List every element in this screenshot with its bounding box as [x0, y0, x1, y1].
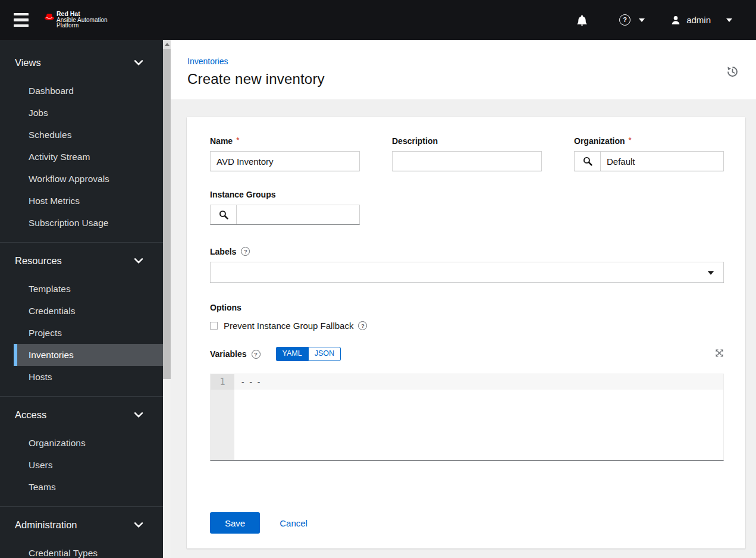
caret-down-icon	[726, 18, 732, 22]
sidebar-group-label: Resources	[15, 255, 62, 267]
brand-text: Red Hat Ansible Automation Platform	[57, 11, 108, 28]
sidebar-scrollbar	[163, 40, 171, 558]
notifications-button[interactable]	[577, 15, 587, 26]
cancel-button[interactable]: Cancel	[280, 518, 308, 528]
sidebar-group-toggle-access[interactable]: Access	[0, 407, 163, 422]
description-input[interactable]	[392, 151, 542, 171]
editor-code-area: ---	[234, 374, 723, 460]
variables-code-editor[interactable]: 1 ---	[210, 374, 724, 461]
breadcrumb[interactable]: Inventories	[187, 57, 228, 66]
name-input[interactable]	[210, 151, 360, 171]
search-icon	[583, 156, 592, 166]
help-menu-button[interactable]: ?	[619, 14, 645, 26]
variables-label: Variables	[210, 349, 247, 359]
sidebar-item-workflow-approvals[interactable]: Workflow Approvals	[14, 168, 163, 190]
required-asterisk: *	[236, 136, 239, 145]
organization-field-group: Organization *	[574, 136, 724, 171]
sidebar-item-users[interactable]: Users	[14, 454, 163, 476]
sidebar-item-activity-stream[interactable]: Activity Stream	[14, 146, 163, 168]
activity-history-button[interactable]	[727, 66, 738, 79]
sidebar-item-dashboard[interactable]: Dashboard	[14, 80, 163, 102]
instance-groups-label: Instance Groups	[210, 190, 275, 199]
sidebar-item-templates[interactable]: Templates	[14, 278, 163, 300]
scroll-up-button[interactable]	[163, 40, 171, 49]
user-menu-button[interactable]: admin	[671, 15, 732, 25]
sidebar-item-subscription-usage[interactable]: Subscription Usage	[14, 212, 163, 234]
yaml-mode-button[interactable]: YAML	[276, 347, 308, 361]
sidebar-item-label: Projects	[29, 328, 62, 338]
sidebar-item-label: Users	[29, 460, 52, 471]
labels-field-group: Labels ?	[210, 246, 724, 283]
sidebar-item-inventories[interactable]: Inventories	[14, 344, 163, 366]
sidebar-item-credential-types[interactable]: Credential Types	[14, 542, 163, 558]
sidebar-nav: Views Dashboard Jobs Schedules Activity …	[0, 40, 163, 558]
main-content: Inventories Create new inventory	[171, 40, 756, 558]
sidebar-item-teams[interactable]: Teams	[14, 476, 163, 498]
brand-logo[interactable]: Red Hat Ansible Automation Platform	[45, 11, 108, 28]
sidebar-item-hosts[interactable]: Hosts	[14, 366, 163, 388]
chevron-down-icon	[134, 412, 143, 418]
instance-groups-field-group: Instance Groups	[210, 189, 360, 225]
sidebar-item-label: Teams	[29, 482, 56, 493]
sidebar-item-projects[interactable]: Projects	[14, 322, 163, 344]
redhat-logo-icon	[45, 13, 54, 20]
variables-help-icon[interactable]: ?	[252, 350, 261, 359]
expand-icon	[715, 349, 724, 358]
labels-help-icon[interactable]: ?	[241, 247, 250, 256]
sidebar-group-toggle-views[interactable]: Views	[0, 55, 163, 70]
description-field-group: Description	[392, 136, 542, 171]
sidebar-group-label: Views	[15, 57, 41, 68]
variables-section: Variables ? YAML JSON	[210, 347, 724, 461]
form-actions: Save Cancel	[210, 512, 724, 534]
sidebar-item-credentials[interactable]: Credentials	[14, 300, 163, 322]
chevron-down-icon	[134, 522, 143, 528]
labels-label: Labels	[210, 247, 236, 256]
variables-header: Variables ? YAML JSON	[210, 347, 724, 360]
sidebar-group-label: Access	[15, 409, 46, 421]
sidebar-item-label: Hosts	[29, 372, 52, 383]
masthead: Red Hat Ansible Automation Platform ?	[0, 0, 756, 40]
sidebar-item-label: Workflow Approvals	[29, 174, 109, 184]
json-mode-button[interactable]: JSON	[308, 347, 341, 361]
content-area: Name * Description	[171, 99, 756, 558]
sidebar-item-jobs[interactable]: Jobs	[14, 102, 163, 124]
scrollbar-thumb[interactable]	[163, 49, 171, 379]
prevent-fallback-help-icon[interactable]: ?	[358, 321, 367, 330]
menu-bar	[14, 18, 29, 21]
expand-editor-button[interactable]	[715, 349, 724, 359]
editor-line-gutter: 1	[211, 374, 234, 460]
organization-input[interactable]	[601, 152, 723, 171]
options-section: Options Prevent Instance Group Fallback …	[210, 303, 724, 331]
required-asterisk: *	[629, 136, 632, 145]
name-field-group: Name *	[210, 136, 360, 171]
instance-groups-search-button[interactable]	[211, 205, 237, 224]
organization-search-button[interactable]	[575, 152, 601, 171]
sidebar-item-host-metrics[interactable]: Host Metrics	[14, 190, 163, 212]
sidebar-item-label: Templates	[29, 284, 71, 294]
save-button[interactable]: Save	[210, 512, 260, 534]
menu-icon[interactable]	[14, 13, 29, 27]
scroll-up-icon	[165, 43, 170, 46]
prevent-fallback-row: Prevent Instance Group Fallback ?	[210, 321, 724, 331]
sidebar-item-label: Credential Types	[29, 548, 98, 558]
sidebar-group-label: Administration	[15, 519, 77, 531]
help-icon: ?	[619, 14, 630, 26]
bell-icon	[577, 15, 587, 26]
sidebar-item-organizations[interactable]: Organizations	[14, 432, 163, 454]
code-line-1: ---	[234, 374, 723, 390]
instance-groups-input[interactable]	[237, 205, 359, 224]
prevent-fallback-label[interactable]: Prevent Instance Group Fallback	[224, 321, 353, 331]
nav-list: Templates Credentials Projects Inventori…	[0, 278, 163, 388]
page-header: Inventories Create new inventory	[171, 40, 756, 99]
sidebar-group-toggle-administration[interactable]: Administration	[0, 518, 163, 532]
prevent-fallback-checkbox[interactable]	[210, 322, 218, 330]
sidebar-group-resources: Resources Templates Credentials Projects…	[0, 242, 163, 396]
sidebar-item-schedules[interactable]: Schedules	[14, 124, 163, 146]
sidebar-group-views: Views Dashboard Jobs Schedules Activity …	[0, 40, 163, 242]
sidebar-group-toggle-resources[interactable]: Resources	[0, 253, 163, 268]
user-icon	[671, 15, 680, 25]
username-label: admin	[686, 15, 711, 25]
brand-line3: Platform	[57, 23, 108, 28]
options-heading: Options	[210, 303, 724, 313]
labels-select[interactable]	[210, 262, 724, 283]
